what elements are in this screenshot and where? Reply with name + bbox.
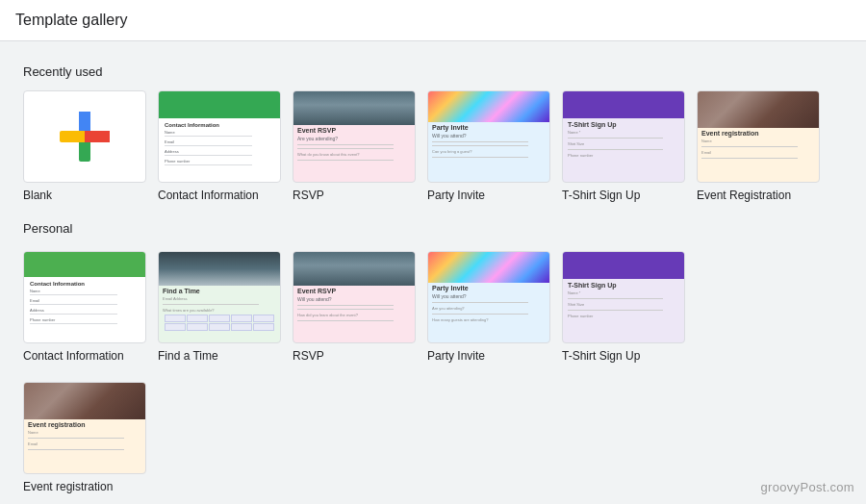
findtime-form-preview: Find a Time Email Address What times are…: [159, 286, 280, 335]
contact-title-2: Contact Information: [30, 281, 140, 287]
template-party-name-1: Party Invite: [427, 189, 550, 202]
google-plus-icon: [60, 112, 110, 162]
contact-body: Contact Information Name Email Address: [159, 118, 280, 172]
contact-title: Contact Information: [165, 122, 274, 128]
template-tshirt-name-2: T-Shirt Sign Up: [562, 349, 685, 363]
template-tshirt-thumb-2[interactable]: T-Shirt Sign Up Name * Shirt Size Phone …: [562, 251, 685, 343]
event-image-area-2: [24, 383, 145, 419]
template-event-thumb-1[interactable]: Event registration Name Email: [697, 90, 820, 183]
template-rsvp-thumb-1[interactable]: Event RSVP Are you attending? What do yo…: [293, 90, 416, 183]
event-form-preview-1: Event registration Name Email: [698, 128, 819, 164]
form-line-4: Phone number: [165, 159, 274, 165]
watermark: groovyPost.com: [761, 480, 854, 494]
tshirt-body-1: T-Shirt Sign Up Name * Shirt Size Phone …: [563, 118, 684, 161]
template-tshirt-name-1: T-Shirt Sign Up: [562, 189, 685, 202]
rsvp-form-preview-2: Event RSVP Will you attend? How did you …: [293, 286, 415, 326]
template-party-thumb-2[interactable]: Party Invite Will you attend? Are you at…: [427, 251, 550, 343]
party-form-preview-1: Party Invite Will you attend? Can you br…: [428, 122, 549, 163]
template-rsvp-2[interactable]: Event RSVP Will you attend? How did you …: [293, 251, 416, 363]
tshirt-header-2: [563, 252, 684, 279]
template-findtime-name: Find a Time: [158, 349, 281, 363]
page-wrapper: Template gallery Recently used: [0, 0, 866, 504]
tshirt-body-2: T-Shirt Sign Up Name * Shirt Size Phone …: [563, 279, 684, 321]
form-line-3: Address: [165, 149, 274, 156]
page-header: Template gallery: [0, 0, 866, 41]
recently-used-row: Blank Contact Information Name Email: [23, 90, 843, 202]
template-findtime-thumb[interactable]: Find a Time Email Address What times are…: [158, 251, 281, 343]
crowd-image: [293, 91, 415, 125]
template-event-name-1: Event Registration: [697, 189, 820, 202]
template-blank[interactable]: Blank: [23, 90, 146, 202]
rsvp-image-area-2: [293, 252, 415, 286]
template-rsvp-name-1: RSVP: [293, 189, 416, 202]
event-form-preview-2: Event registration Name Email: [24, 419, 145, 455]
template-tshirt-2[interactable]: T-Shirt Sign Up Name * Shirt Size Phone …: [562, 251, 685, 363]
page-title: Template gallery: [15, 12, 128, 28]
findtime-image-area: [159, 252, 280, 286]
template-contact-info-1[interactable]: Contact Information Name Email Address: [158, 90, 281, 202]
template-rsvp-1[interactable]: Event RSVP Are you attending? What do yo…: [293, 90, 416, 202]
template-contact-name-2: Contact Information: [23, 349, 146, 363]
template-party-invite-1[interactable]: Party Invite Will you attend? Can you br…: [427, 90, 550, 202]
form-line-1: Name: [165, 130, 274, 137]
contact-green-header: [24, 252, 145, 277]
template-blank-name: Blank: [23, 189, 146, 202]
template-contact-name-1: Contact Information: [158, 189, 281, 202]
content-area: Recently used Blank: [0, 41, 866, 504]
template-contact-info-2[interactable]: Contact Information Name Email Address: [23, 251, 146, 363]
svg-rect-3: [85, 131, 110, 142]
template-rsvp-name-2: RSVP: [293, 349, 416, 363]
template-party-thumb-1[interactable]: Party Invite Will you attend? Can you br…: [427, 90, 550, 183]
watermark-text: groovyPost.com: [761, 480, 854, 494]
template-blank-thumb[interactable]: [23, 90, 146, 183]
form-line-2: Email: [165, 139, 274, 146]
template-event-thumb-2[interactable]: Event registration Name Email: [23, 382, 146, 474]
template-event-name-2: Event registration: [23, 480, 146, 493]
template-rsvp-thumb-2[interactable]: Event RSVP Will you attend? How did you …: [293, 251, 416, 343]
event-image-area-1: [698, 91, 819, 128]
template-party-name-2: Party Invite: [427, 349, 550, 363]
rsvp-image-area: [293, 91, 415, 125]
template-tshirt-thumb-1[interactable]: T-Shirt Sign Up Name * Shirt Size Phone …: [562, 90, 685, 183]
contact-header-bar: [159, 91, 280, 118]
template-find-time[interactable]: Find a Time Email Address What times are…: [158, 251, 281, 363]
section-recently-used-label: Recently used: [23, 64, 843, 79]
balloon-image-1: [428, 91, 549, 122]
template-event-reg-1[interactable]: Event registration Name Email Event Regi…: [697, 90, 820, 202]
rsvp-form-preview: Event RSVP Are you attending? What do yo…: [293, 125, 415, 165]
balloon-image-2: [428, 252, 549, 283]
plus-icon-container: [60, 112, 110, 162]
piano-image: [159, 252, 280, 286]
template-tshirt-1[interactable]: T-Shirt Sign Up Name * Shirt Size Phone …: [562, 90, 685, 202]
personal-row-2: Event registration Name Email Event regi…: [23, 382, 843, 493]
section-personal-label: Personal: [23, 221, 843, 236]
tshirt-header-1: [563, 91, 684, 118]
time-grid: [163, 313, 276, 333]
party-image-area-1: [428, 91, 549, 122]
restaurant-image-2: [24, 383, 145, 419]
contact-body-2: Contact Information Name Email Address: [24, 277, 145, 331]
template-event-reg-2[interactable]: Event registration Name Email Event regi…: [23, 382, 146, 493]
template-party-invite-2[interactable]: Party Invite Will you attend? Are you at…: [427, 251, 550, 363]
template-contact-thumb-2[interactable]: Contact Information Name Email Address: [23, 251, 146, 343]
restaurant-image-1: [698, 91, 819, 128]
personal-row: Contact Information Name Email Address: [23, 251, 843, 363]
template-contact-thumb-1[interactable]: Contact Information Name Email Address: [158, 90, 281, 183]
crowd-image-2: [293, 252, 415, 286]
party-form-preview-2: Party Invite Will you attend? Are you at…: [428, 283, 549, 324]
party-image-area-2: [428, 252, 549, 283]
